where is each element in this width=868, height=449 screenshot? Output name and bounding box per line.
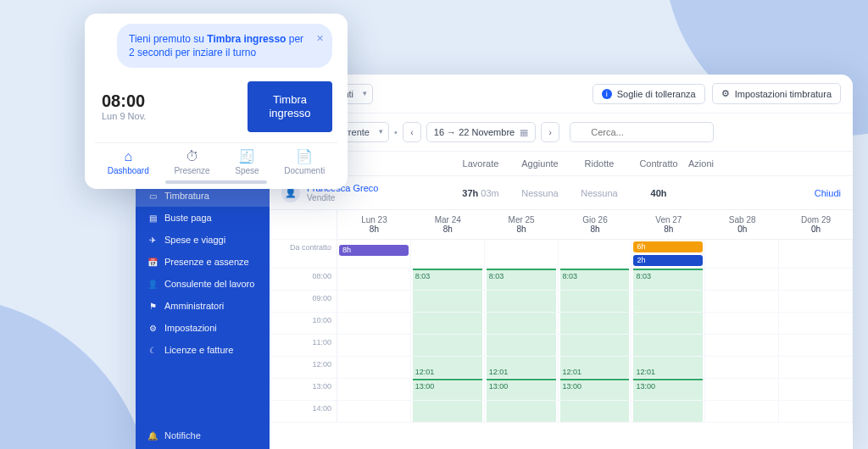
shift-block[interactable] [560,313,630,334]
close-action[interactable]: Chiudi [688,188,841,198]
shift-block[interactable] [487,335,556,356]
shift-block[interactable]: 8:03 [633,269,703,290]
grid-cell: 13:00 [485,379,559,401]
sidebar-item-label: Consulente del lavoro [164,279,254,289]
allday-pill[interactable]: 8h [339,245,409,256]
shift-block[interactable] [413,313,482,334]
grid-cell [779,313,853,335]
tab-label: Spese [235,166,259,175]
shift-block[interactable]: 12:01 [413,357,482,378]
shift-block[interactable] [560,291,630,312]
date-range-picker[interactable]: 16 → 22 Novembre▦ [426,122,536,142]
grid-cell: 12:01 [485,357,559,379]
tolerance-button[interactable]: iSoglie di tolleranza [593,84,705,104]
grid-cell [632,291,705,313]
worked-hours: 37h 03m [451,188,510,198]
shift-block[interactable]: 8:03 [487,269,556,290]
mobile-widget: Tieni premuto su Timbra ingresso per 2 s… [85,14,348,189]
shift-block[interactable] [633,313,703,334]
sidebar-item-label: Spese e viaggi [164,235,225,245]
grid-cell: 13:00 [559,379,632,401]
shift-block[interactable] [487,313,556,334]
allday-pill[interactable]: 2h [633,255,703,266]
shift-block[interactable]: 13:00 [413,379,482,400]
stamp-settings-button[interactable]: ⚙Impostazioni timbratura [712,83,841,104]
shift-block[interactable]: 12:01 [487,357,556,378]
shift-block[interactable]: 12:01 [560,357,630,378]
sidebar-item-licenze[interactable]: ☾Licenze e fatture [136,339,270,361]
shift-block[interactable] [560,401,630,422]
gear-icon: ⚙ [721,88,730,99]
employee-row: 👤 Francesca Greco Vendite 37h 03m Nessun… [270,176,853,210]
grid-cell [485,401,559,423]
sidebar-item-buste-paga[interactable]: ▤Buste paga [136,207,270,229]
grid-cell: 8:03 [559,269,632,291]
shift-block[interactable]: 13:00 [560,379,630,400]
tab-label: Documenti [284,166,325,175]
tab-spese[interactable]: 🧾Spese [235,150,259,175]
grid-cell [779,379,853,401]
sidebar-item-admin[interactable]: ⚑Amministratori [136,295,270,317]
hour-label: 09:00 [270,291,337,313]
sidebar-item-spese[interactable]: ✈Spese e viaggi [136,229,270,251]
week-grid: Lun 238hMar 248hMer 258hGio 268hVen 278h… [270,210,853,423]
tab-documenti[interactable]: 📄Documenti [284,150,325,175]
grid-cell: 8:03 [411,269,485,291]
grid-cell [337,335,411,357]
shift-block[interactable] [413,401,482,422]
employee-dept: Vendite [307,193,378,202]
sidebar-item-presenze[interactable]: 📅Presenze e assenze [136,251,270,273]
shift-block[interactable] [633,401,703,422]
calendar-icon: 📅 [147,257,158,267]
grid-cell: 8h [337,240,411,269]
sidebar-item-label: Buste paga [164,213,212,223]
stamp-in-button[interactable]: Timbra ingresso [248,81,332,131]
shift-block[interactable] [633,335,703,356]
grid-cell: 8:03 [632,269,705,291]
sidebar-item-impostazioni[interactable]: ⚙Impostazioni [136,317,270,339]
grid-cell: 12:01 [559,357,632,379]
reduced-hours: Nessuna [570,188,629,198]
hour-label: 14:00 [270,401,337,423]
sidebar-item-label: Licenze e fatture [164,345,233,355]
grid-cell [779,357,853,379]
shift-block[interactable] [487,401,556,422]
close-hint-button[interactable]: ✕ [316,32,324,45]
shift-block[interactable] [413,291,482,312]
grid-cell [485,313,559,335]
next-week-button[interactable]: › [541,122,559,142]
dot-separator: • [394,127,398,137]
grid-cell [705,291,779,313]
prev-week-button[interactable]: ‹ [403,122,421,142]
shift-block[interactable] [413,335,482,356]
grid-cell [779,291,853,313]
document-icon: 📄 [296,150,313,164]
shift-block[interactable]: 13:00 [487,379,556,400]
shift-block[interactable]: 13:00 [633,379,703,400]
search-input[interactable] [570,122,714,142]
th-azioni: Azioni [688,158,714,169]
day-header: Sab 280h [705,210,779,240]
shift-block[interactable] [560,335,630,356]
sidebar-item-consulente[interactable]: 👤Consulente del lavoro [136,273,270,295]
grid-cell [411,335,485,357]
day-header: Dom 290h [779,210,853,240]
grid-cell [559,240,632,269]
drag-handle[interactable] [165,180,267,184]
shift-block[interactable] [633,291,703,312]
tab-presenze[interactable]: ⏱Presenze [174,150,209,175]
tab-label: Presenze [174,166,209,175]
sidebar-item-label: Impostazioni [164,323,217,333]
tab-dashboard[interactable]: ⌂Dashboard [108,150,149,175]
shift-block[interactable]: 8:03 [413,269,482,290]
day-header: Mar 248h [411,210,485,240]
shift-block[interactable]: 12:01 [633,357,703,378]
grid-cell [705,240,779,269]
sidebar-item-notifiche[interactable]: 🔔Notifiche [136,422,270,449]
shift-block[interactable]: 8:03 [560,269,630,290]
allday-pill[interactable]: 6h [633,241,703,252]
day-header: Gio 268h [559,210,632,240]
grid-cell [632,313,705,335]
shift-block[interactable] [487,291,556,312]
main-pane: utti i dipendenti iSoglie di tolleranza … [270,75,853,449]
